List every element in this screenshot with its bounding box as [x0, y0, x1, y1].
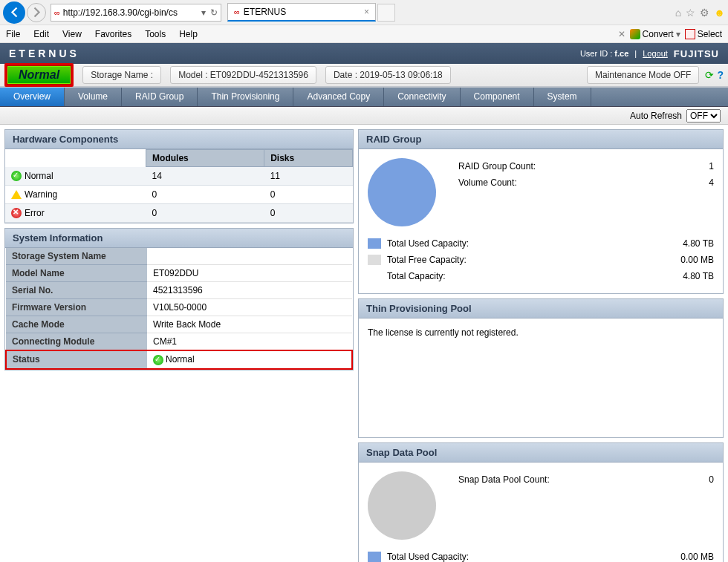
hardware-components-panel: Hardware Components Modules Disks Normal… — [4, 129, 354, 223]
thin-message: The license is currently not registered. — [359, 318, 723, 437]
swatch-icon — [368, 552, 381, 562]
system-information-panel: System Information Storage System NameMo… — [4, 228, 354, 370]
link-icon: ∞ — [54, 8, 60, 17]
table-row: Connecting ModuleCM#1 — [6, 333, 352, 351]
error-icon — [11, 208, 22, 218]
model-field: Model : ET092DDU-4521313596 — [170, 66, 316, 84]
brand-logo: ETERNUS — [9, 48, 79, 59]
table-row: Firmware VersionV10L50-0000 — [6, 299, 352, 316]
swatch-icon — [368, 255, 381, 265]
home-icon[interactable]: ⌂ — [675, 7, 681, 19]
convert-icon — [630, 29, 640, 39]
refresh-icon[interactable]: ↻ — [210, 7, 218, 18]
table-row: Error 0 0 — [5, 204, 353, 223]
menu-bar: File Edit View Favorites Tools Help ✕ Co… — [0, 25, 728, 43]
link-icon: ∞ — [234, 7, 240, 16]
swatch-icon — [368, 271, 381, 281]
auto-refresh-label: Auto Refresh — [630, 111, 682, 121]
snap-data-pool-panel: Snap Data Pool Snap Data Pool Count:0 To… — [358, 442, 724, 562]
legend-row: Total Free Capacity:0.00 MB — [368, 252, 714, 268]
tab-volume[interactable]: Volume — [65, 88, 122, 106]
table-row: Normal 14 11 — [5, 167, 353, 186]
raid-pie-chart — [368, 158, 436, 226]
convert-button[interactable]: Convert▾ — [630, 29, 680, 39]
panel-title: RAID Group — [359, 130, 723, 149]
arrow-right-icon — [31, 7, 42, 18]
select-icon — [685, 29, 695, 39]
logout-link[interactable]: Logout — [643, 49, 668, 58]
browser-tab[interactable]: ∞ ETERNUS × — [227, 3, 376, 22]
user-id-label: User ID : f.ce — [580, 49, 628, 58]
warning-icon — [11, 190, 22, 199]
panel-title: Snap Data Pool — [359, 443, 723, 463]
select-button[interactable]: Select — [685, 29, 722, 39]
star-icon[interactable]: ☆ — [686, 7, 695, 19]
tab-system[interactable]: System — [534, 88, 591, 106]
browser-toolbar-right: ⌂ ☆ ⚙ ☻ — [675, 7, 725, 19]
menu-tools[interactable]: Tools — [145, 29, 166, 39]
browser-toolbar: ∞ ▾ ↻ ∞ ETERNUS × ⌂ ☆ ⚙ ☻ — [0, 0, 728, 25]
tab-title: ETERNUS — [244, 7, 286, 17]
nav-forward-button[interactable] — [27, 3, 46, 22]
snap-pie-chart — [368, 471, 436, 540]
tab-connectivity[interactable]: Connectivity — [384, 88, 460, 106]
legend-row: Total Capacity:4.80 TB — [368, 268, 714, 284]
tab-thin-provisioning[interactable]: Thin Provisioning — [198, 88, 293, 106]
gear-icon[interactable]: ⚙ — [700, 7, 709, 19]
menu-view[interactable]: View — [62, 29, 82, 39]
table-row: Serial No.4521313596 — [6, 282, 352, 299]
tab-component[interactable]: Component — [461, 88, 534, 106]
url-input[interactable] — [63, 7, 199, 18]
nav-back-button[interactable] — [3, 1, 25, 24]
swatch-icon — [368, 238, 381, 249]
tab-overview[interactable]: Overview — [0, 88, 65, 106]
close-toolbar-icon[interactable]: ✕ — [618, 29, 625, 39]
tab-advanced-copy[interactable]: Advanced Copy — [293, 88, 384, 106]
ok-icon — [11, 171, 22, 181]
arrow-left-icon — [9, 7, 20, 18]
menu-file[interactable]: File — [6, 29, 20, 39]
legend-row: Total Used Capacity:0.00 MB — [368, 549, 714, 562]
panel-title: Hardware Components — [5, 130, 353, 149]
menu-favorites[interactable]: Favorites — [95, 29, 131, 39]
menu-help[interactable]: Help — [179, 29, 198, 39]
date-field: Date : 2019-05-13 09:06:18 — [325, 66, 451, 84]
app-header: ETERNUS User ID : f.ce | Logout FUJITSU — [0, 43, 728, 64]
panel-title: System Information — [5, 229, 353, 248]
status-bar: Normal Storage Name : Model : ET092DDU-4… — [0, 64, 728, 88]
maintenance-mode-button[interactable]: Maintenance Mode OFF — [587, 66, 699, 84]
tab-raid-group[interactable]: RAID Group — [122, 88, 198, 106]
vendor-logo: FUJITSU — [674, 48, 719, 59]
table-row: Warning 0 0 — [5, 186, 353, 204]
tab-strip: ∞ ETERNUS × — [227, 3, 395, 22]
url-bar[interactable]: ∞ ▾ ↻ — [51, 4, 221, 22]
close-icon[interactable]: × — [364, 7, 369, 17]
ok-icon — [153, 355, 163, 365]
col-modules: Modules — [146, 150, 264, 167]
smiley-icon[interactable]: ☻ — [714, 7, 725, 19]
refresh-green-icon[interactable]: ⟳ — [705, 69, 714, 81]
main-nav: Overview Volume RAID Group Thin Provisio… — [0, 88, 728, 107]
toolbar-row: Auto Refresh OFF — [0, 107, 728, 125]
storage-name-field: Storage Name : — [82, 66, 161, 84]
table-row: Model NameET092DDU — [6, 265, 352, 282]
auto-refresh-select[interactable]: OFF — [686, 109, 721, 122]
help-icon[interactable]: ? — [717, 69, 724, 81]
legend-row: Total Used Capacity:4.80 TB — [368, 235, 714, 252]
system-status-badge: Normal — [4, 63, 74, 87]
table-row: Storage System Name — [6, 248, 352, 265]
table-row: Cache ModeWrite Back Mode — [6, 316, 352, 333]
thin-provisioning-panel: Thin Provisioning Pool The license is cu… — [358, 298, 724, 438]
menu-edit[interactable]: Edit — [33, 29, 49, 39]
panel-title: Thin Provisioning Pool — [359, 299, 723, 318]
raid-group-panel: RAID Group RAID Group Count:1 Volume Cou… — [358, 129, 724, 294]
table-row: StatusNormal — [6, 350, 352, 369]
col-disks: Disks — [264, 150, 353, 167]
new-tab-button[interactable] — [377, 4, 395, 22]
url-dropdown-icon[interactable]: ▾ — [201, 7, 206, 18]
